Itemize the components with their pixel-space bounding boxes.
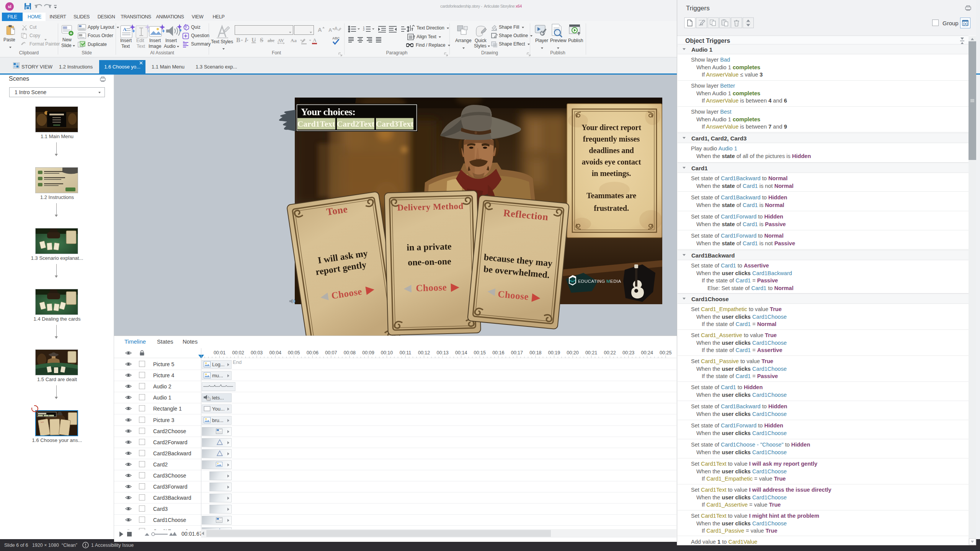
- svg-text:EDUCATING MEDIA: EDUCATING MEDIA: [578, 279, 621, 284]
- svg-text:Choose: Choose: [416, 282, 447, 293]
- svg-text:?: ?: [185, 26, 187, 30]
- svg-text:00:02: 00:02: [232, 350, 244, 355]
- svg-text:00:23: 00:23: [622, 350, 634, 355]
- svg-text:00:17: 00:17: [511, 350, 523, 355]
- svg-text:00:22: 00:22: [604, 350, 616, 355]
- svg-text:00:01: 00:01: [214, 350, 225, 355]
- svg-text:B: B: [236, 37, 240, 43]
- svg-text:00:24: 00:24: [641, 350, 653, 355]
- svg-text:00:18: 00:18: [529, 350, 541, 355]
- svg-text:Aa: Aa: [291, 37, 297, 43]
- svg-text:in meetings.: in meetings.: [592, 169, 631, 178]
- svg-text:in a private: in a private: [407, 241, 452, 253]
- svg-text:Delivery Method: Delivery Method: [397, 201, 464, 213]
- svg-text:2: 2: [363, 28, 365, 31]
- svg-text:Your choices:: Your choices:: [301, 106, 356, 117]
- svg-text:00:04: 00:04: [270, 350, 281, 355]
- svg-text:00:20: 00:20: [567, 350, 578, 355]
- svg-text:00:16: 00:16: [492, 350, 504, 355]
- svg-text:00:19: 00:19: [548, 350, 560, 355]
- svg-text:00:08: 00:08: [344, 350, 356, 355]
- svg-text:Card2Text: Card2Text: [337, 119, 375, 129]
- svg-text:CC: CC: [207, 398, 211, 401]
- svg-text:frequently misses: frequently misses: [583, 135, 640, 143]
- svg-text:00:25: 00:25: [660, 350, 671, 355]
- svg-text:Teammates are: Teammates are: [586, 191, 636, 200]
- svg-text:deadlines and: deadlines and: [589, 146, 634, 155]
- svg-text:00:13: 00:13: [437, 350, 449, 355]
- svg-text:00:11: 00:11: [400, 350, 411, 355]
- svg-text:00:10: 00:10: [381, 350, 393, 355]
- svg-text:00:07: 00:07: [325, 350, 337, 355]
- svg-text:frustrated.: frustrated.: [594, 204, 629, 212]
- svg-text:Card1Text: Card1Text: [297, 119, 335, 129]
- svg-text:00:09: 00:09: [362, 350, 374, 355]
- svg-text:00:06: 00:06: [307, 350, 318, 355]
- svg-text:one-on-one: one-on-one: [408, 256, 451, 267]
- svg-text:{x}: {x}: [963, 22, 968, 26]
- svg-text:A: A: [123, 26, 127, 32]
- svg-text:00:03: 00:03: [251, 350, 263, 355]
- svg-text:avoids eye contact: avoids eye contact: [582, 158, 641, 166]
- svg-text:00:21: 00:21: [585, 350, 597, 355]
- svg-text:A: A: [334, 26, 338, 31]
- svg-text:00:05: 00:05: [288, 350, 300, 355]
- svg-text:sl: sl: [8, 4, 11, 9]
- svg-text:00:15: 00:15: [474, 350, 486, 355]
- svg-text:Your direct report: Your direct report: [581, 123, 641, 132]
- svg-text:A: A: [318, 26, 322, 33]
- svg-text:00:14: 00:14: [455, 350, 467, 355]
- svg-text:A: A: [328, 27, 332, 33]
- svg-text:A: A: [313, 37, 317, 43]
- svg-text:Card3Text: Card3Text: [376, 119, 414, 129]
- svg-text:00:12: 00:12: [418, 350, 430, 355]
